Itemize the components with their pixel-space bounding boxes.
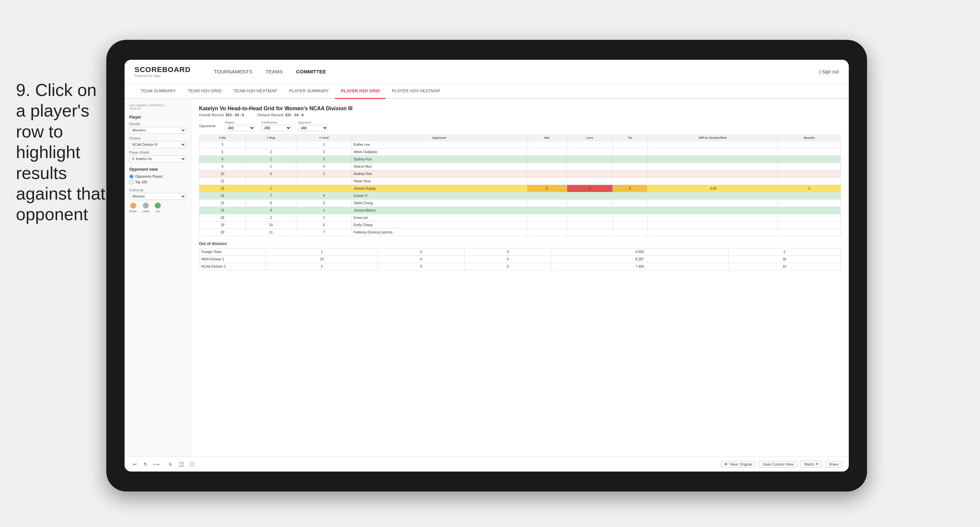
undo-icon[interactable]: ↩ <box>131 460 138 468</box>
table-row[interactable]: 9 1 4 Sharon Mun <box>199 163 841 170</box>
table-row[interactable]: 3 1 Esther Lee <box>199 141 841 148</box>
cell-opponent: Sydney Kuo <box>352 156 527 163</box>
paste-icon[interactable]: 📋 <box>177 460 185 468</box>
table-row[interactable]: 10 6 3 Andrea York <box>199 170 841 178</box>
watch-btn[interactable]: Watch ▾ <box>800 460 822 468</box>
radio-top100[interactable]: Top 100 <box>129 180 186 184</box>
table-row[interactable]: 6 1 3 Sydney Kuo <box>199 156 841 163</box>
table-row[interactable]: 16 9 1 Jessica Mason <box>199 207 841 214</box>
ood-row[interactable]: NCAA Division 2 5 0 0 7.400 10 <box>199 263 841 270</box>
cell-rounds <box>778 170 841 178</box>
tablet-frame: SCOREBOARD Powered by clippi TOURNAMENTS… <box>106 40 867 492</box>
cell-div: 15 <box>199 200 246 207</box>
region-filter: Region (All) <box>225 121 255 131</box>
tab-player-h2h-heatmap[interactable]: PLAYER H2H HEATMAP <box>386 84 446 99</box>
cell-reg: 1 <box>246 156 296 163</box>
cell-tie <box>612 141 648 148</box>
timestamp: Last Updated: 27/03/2024 16:55:28 <box>129 103 186 110</box>
cell-div: 10 <box>199 170 246 178</box>
forward-icon[interactable]: ⟶ <box>153 460 160 468</box>
sign-out-link[interactable]: | Sign out <box>819 69 839 75</box>
cell-conf: 1 <box>296 207 352 214</box>
history-icon[interactable]: 🕐 <box>188 460 195 468</box>
tab-team-summary[interactable]: TEAM SUMMARY <box>135 84 182 99</box>
table-row[interactable]: 14 7 4 Eunice Yi <box>199 192 841 200</box>
tab-team-h2h-heatmap[interactable]: TEAM H2H HEATMAP <box>228 84 283 99</box>
player-rank-label: Player (Rank) <box>129 151 186 154</box>
nav-tournaments[interactable]: TOURNAMENTS <box>214 67 253 76</box>
player-rank-select[interactable]: 8. Katelyn Vo <box>129 156 186 162</box>
table-row[interactable]: 5 2 2 Alexis Sudjianto <box>199 148 841 156</box>
ood-row[interactable]: NAIA Division 1 15 0 0 9.267 30 <box>199 256 841 263</box>
ood-table: Foreign Team 1 0 0 4.500 2 NAIA Division… <box>199 248 841 270</box>
cell-div: 9 <box>199 163 246 170</box>
cell-win: 0 <box>527 185 567 192</box>
table-row[interactable]: 15 8 5 Stella Chong <box>199 200 841 207</box>
cell-reg: 2 <box>246 148 296 156</box>
copy-icon[interactable]: ⎘ <box>167 460 174 468</box>
view-icon: 👁 <box>724 462 728 466</box>
cell-rounds: 2 <box>778 185 841 192</box>
tab-player-h2h-grid[interactable]: PLAYER H2H GRID <box>335 84 386 99</box>
cell-reg: 6 <box>246 170 296 178</box>
cell-reg: 9 <box>246 207 296 214</box>
share-btn[interactable]: Share <box>825 461 842 468</box>
save-custom-view-btn[interactable]: Save Custom View <box>759 461 797 468</box>
opponent-view-title: Opponent view <box>129 167 186 172</box>
view-original-btn[interactable]: 👁 View: Original <box>721 461 756 468</box>
cell-tie <box>612 192 648 200</box>
nav-links: TOURNAMENTS TEAMS COMMITTEE <box>214 67 803 76</box>
tab-team-h2h-grid[interactable]: TEAM H2H GRID <box>182 84 228 99</box>
nav-teams[interactable]: TEAMS <box>266 67 283 76</box>
logo: SCOREBOARD Powered by clippi <box>135 65 191 78</box>
cell-tie <box>612 229 648 236</box>
cell-diff <box>648 178 778 185</box>
sub-nav: TEAM SUMMARY TEAM H2H GRID TEAM H2H HEAT… <box>124 84 849 99</box>
cell-win <box>527 163 567 170</box>
cell-diff <box>648 192 778 200</box>
ood-tie: 0 <box>465 248 551 256</box>
top-nav: SCOREBOARD Powered by clippi TOURNAMENTS… <box>124 60 849 84</box>
legend-down: Down <box>129 203 137 213</box>
tab-player-summary[interactable]: PLAYER SUMMARY <box>283 84 335 99</box>
nav-committee[interactable]: COMMITTEE <box>296 67 326 76</box>
table-row[interactable]: 12 Haejo Hyun <box>199 178 841 185</box>
cell-div: 5 <box>199 148 246 156</box>
cell-rounds <box>778 214 841 222</box>
data-table: # Div # Reg # Conf Opponent Win Loss Tie… <box>199 135 841 236</box>
conference-select[interactable]: (All) <box>261 125 291 131</box>
radio-opponents-played[interactable]: Opponents Played <box>129 175 186 179</box>
ood-win: 1 <box>266 248 378 256</box>
cell-tie <box>612 222 648 229</box>
cell-diff <box>648 156 778 163</box>
colour-by-select[interactable]: Win/loss <box>129 193 186 200</box>
ood-row[interactable]: Foreign Team 1 0 0 4.500 2 <box>199 248 841 256</box>
table-row[interactable]: 13 1 Jessica Huang 0 1 0 -3.00 2 <box>199 185 841 192</box>
cell-opponent: Alexis Sudjianto <box>352 148 527 156</box>
cell-loss: 1 <box>567 185 612 192</box>
logo-title: SCOREBOARD <box>135 65 191 74</box>
ood-rounds: 30 <box>728 256 840 263</box>
opponent-select[interactable]: (All) <box>298 125 328 131</box>
player-section-title: Player <box>129 115 186 119</box>
legend-level: Level <box>142 203 150 213</box>
cell-div: 20 <box>199 229 246 236</box>
logo-subtitle: Powered by clippi <box>135 74 191 78</box>
ood-diff: 9.267 <box>551 256 728 263</box>
cell-conf: 3 <box>296 170 352 178</box>
region-select[interactable]: (All) <box>225 125 255 131</box>
cell-reg <box>246 178 296 185</box>
cell-opponent: Jessica Mason <box>352 207 527 214</box>
table-row[interactable]: 18 2 2 Euna Lee <box>199 214 841 222</box>
cell-loss <box>567 192 612 200</box>
gender-select[interactable]: Women's <box>129 127 186 134</box>
gender-label: Gender <box>129 122 186 126</box>
redo-icon[interactable]: ↻ <box>142 460 149 468</box>
ood-tie: 0 <box>465 263 551 270</box>
cell-tie <box>612 178 648 185</box>
table-row[interactable]: 19 10 6 Emily Chang <box>199 222 841 229</box>
cell-opponent: Stella Chong <box>352 200 527 207</box>
table-row[interactable]: 20 11 7 Federica Domecq Lacroze <box>199 229 841 236</box>
division-select[interactable]: NCAA Division III <box>129 141 186 148</box>
ood-win: 15 <box>266 256 378 263</box>
